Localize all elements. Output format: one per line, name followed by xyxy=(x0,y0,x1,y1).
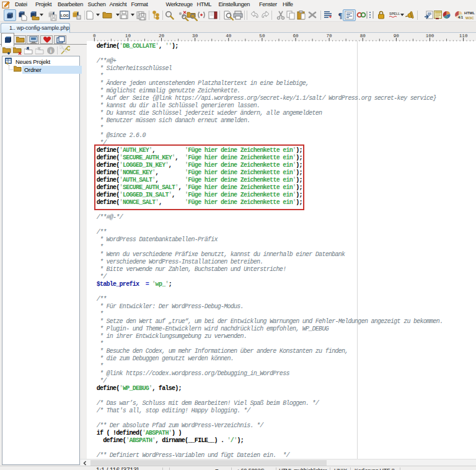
svg-text:10: 10 xyxy=(125,33,131,38)
svg-text:LOG: LOG xyxy=(61,14,69,17)
svg-text:80: 80 xyxy=(360,33,366,38)
svg-text:110: 110 xyxy=(459,33,468,38)
svg-text:60: 60 xyxy=(293,33,299,38)
svg-text:40: 40 xyxy=(226,33,232,38)
svg-text:HTML: HTML xyxy=(464,11,475,15)
svg-text:SPELL: SPELL xyxy=(389,12,400,16)
svg-text:70: 70 xyxy=(327,33,333,38)
svg-text:0: 0 xyxy=(93,33,96,38)
svg-text:4:1: 4:1 xyxy=(458,16,463,19)
svg-text:¶: ¶ xyxy=(338,11,342,20)
svg-text:20: 20 xyxy=(159,33,165,38)
svg-text:30: 30 xyxy=(192,33,198,38)
svg-text:90: 90 xyxy=(394,33,400,38)
svg-text:100: 100 xyxy=(426,33,434,38)
svg-text:W3C: W3C xyxy=(465,16,474,20)
svg-text:50: 50 xyxy=(259,33,265,38)
